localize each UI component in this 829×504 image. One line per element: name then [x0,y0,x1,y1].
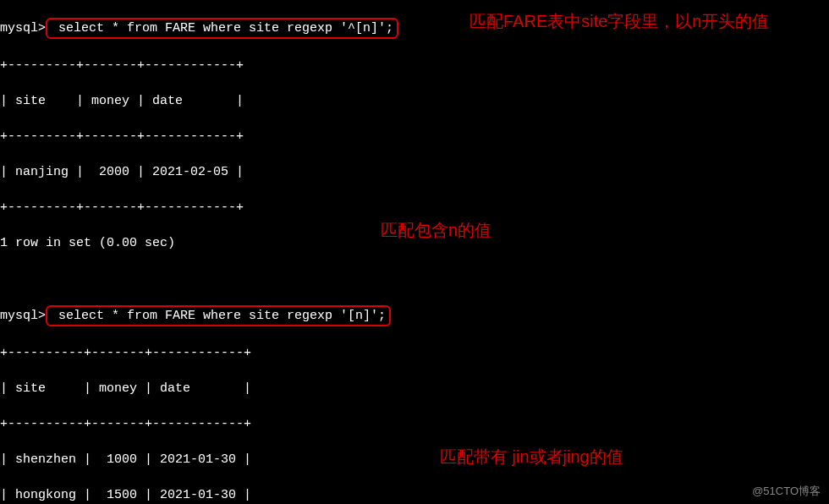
annotation-2: 匹配包含n的值 [381,217,491,243]
terminal-output: mysql> select * from FARE where site reg… [0,0,829,504]
annotation-1: 匹配FARE表中site字段里，以n开头的值 [469,8,825,34]
blank-line [0,270,829,288]
prompt-line-2: mysql> select * from FARE where site reg… [0,305,829,326]
table-header: | site | money | date | [0,380,829,397]
table-separator: +----------+-------+------------+ [0,415,829,433]
annotation-3: 匹配带有 jin或者jing的值 [440,444,623,469]
table-separator: +---------+-------+------------+ [0,57,829,74]
mysql-prompt: mysql> [0,19,46,37]
table-header: | site | money | date | [0,92,829,110]
watermark: @51CTO博客 [752,484,821,499]
mysql-prompt: mysql> [0,307,46,325]
table-row: | nanjing | 2000 | 2021-02-05 | [0,163,829,181]
table-separator: +---------+-------+------------+ [0,128,829,145]
sql-query-1: select * from FARE where site regexp '^[… [46,18,398,39]
table-row: | hongkong | 1500 | 2021-01-30 | [0,486,829,504]
sql-query-2: select * from FARE where site regexp '[n… [46,305,391,326]
table-row: | shenzhen | 1000 | 2021-01-30 | [0,451,829,468]
table-separator: +---------+-------+------------+ [0,199,829,216]
table-separator: +----------+-------+------------+ [0,344,829,362]
